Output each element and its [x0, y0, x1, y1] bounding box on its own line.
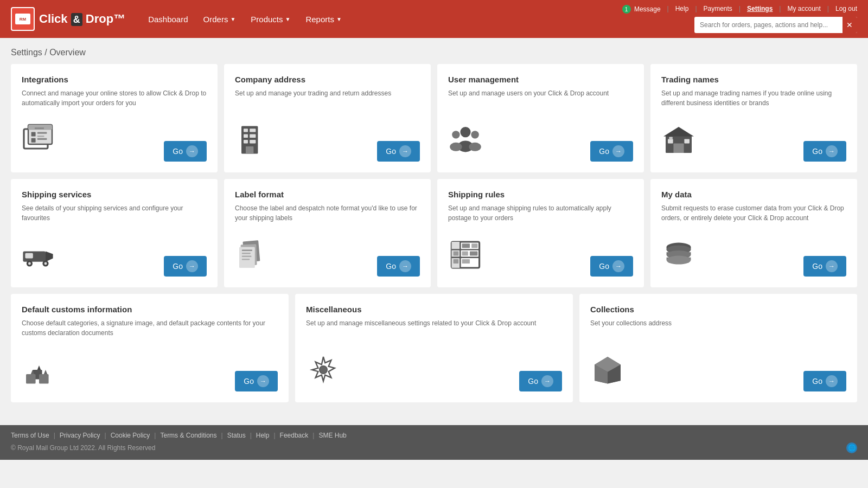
collections-title: Collections: [590, 305, 846, 314]
integrations-title: Integrations: [22, 75, 207, 84]
footer-status[interactable]: Status: [227, 432, 246, 439]
nav-products[interactable]: Products ▼: [244, 10, 297, 28]
main-header: RM Click & Drop™ Dashboard Orders ▼ Prod…: [0, 0, 868, 38]
help-link[interactable]: Help: [675, 5, 689, 14]
integrations-bottom: ═══ Go →: [22, 123, 207, 162]
nav-orders[interactable]: Orders ▼: [197, 10, 242, 28]
trading-names-go-button[interactable]: Go →: [803, 141, 846, 162]
footer-help[interactable]: Help: [256, 432, 270, 439]
footer-feedback[interactable]: Feedback: [280, 432, 309, 439]
card-label-format: Label format Choose the label and despat…: [224, 179, 431, 287]
integrations-go-button[interactable]: Go →: [164, 141, 207, 162]
footer-terms-conditions[interactable]: Terms & Conditions: [160, 432, 216, 439]
svg-point-35: [44, 262, 47, 265]
svg-rect-50: [462, 252, 468, 256]
my-account-link[interactable]: My account: [787, 5, 820, 14]
label-format-svg: [235, 237, 270, 272]
label-format-go-button[interactable]: Go →: [377, 256, 420, 277]
default-customs-bottom: Go →: [22, 352, 278, 391]
shipping-rules-icon: [448, 237, 483, 277]
svg-rect-49: [471, 243, 477, 248]
app-logo-text: Click & Drop™: [39, 12, 125, 26]
user-management-go-arrow: →: [612, 145, 624, 157]
svg-rect-7: [31, 138, 36, 143]
company-address-title: Company address: [235, 75, 420, 84]
svg-point-61: [667, 256, 691, 265]
svg-rect-10: [244, 129, 248, 132]
shipping-services-go-button[interactable]: Go →: [164, 256, 207, 277]
footer-privacy-policy[interactable]: Privacy Policy: [60, 432, 100, 439]
card-integrations: Integrations Connect and manage your onl…: [11, 64, 218, 172]
my-data-title: My data: [661, 190, 846, 199]
svg-rect-28: [669, 137, 672, 139]
trading-names-go-arrow: →: [826, 145, 838, 157]
default-customs-go-button[interactable]: Go →: [235, 371, 278, 391]
card-user-management: User management Set up and manage users …: [437, 64, 644, 172]
globe-icon: 🌐: [846, 442, 857, 453]
collections-icon: [590, 352, 625, 391]
miscellaneous-svg: [306, 352, 341, 387]
svg-rect-4: [31, 132, 36, 137]
user-management-desc: Set up and manage users on your Click & …: [448, 88, 633, 114]
svg-rect-51: [470, 252, 477, 256]
card-shipping-rules: Shipping rules Set up and manage shippin…: [437, 179, 644, 287]
payments-link[interactable]: Payments: [704, 5, 732, 14]
company-address-go-button[interactable]: Go →: [377, 141, 420, 162]
footer-bottom: © Royal Mail Group Ltd 2022. All Rights …: [11, 442, 857, 453]
svg-rect-16: [246, 146, 253, 154]
company-address-go-arrow: →: [399, 145, 411, 157]
footer-terms-of-use[interactable]: Terms of Use: [11, 432, 49, 439]
svg-rect-15: [250, 140, 256, 143]
log-out-link[interactable]: Log out: [835, 5, 857, 14]
company-address-bottom: Go →: [235, 123, 420, 162]
card-grid-row3: Default customs information Choose defau…: [11, 294, 857, 402]
footer-cookie-policy[interactable]: Cookie Policy: [111, 432, 150, 439]
integrations-icon: ═══: [22, 123, 56, 162]
search-input[interactable]: [694, 18, 843, 32]
shipping-services-icon: [22, 237, 56, 277]
footer-sme-hub[interactable]: SME Hub: [318, 432, 346, 439]
trading-names-icon: [661, 123, 696, 162]
royal-mail-logo: RM: [11, 7, 35, 31]
my-data-icon: [661, 237, 696, 277]
search-icon: ✕: [846, 21, 853, 29]
nav-dashboard[interactable]: Dashboard: [142, 10, 194, 28]
svg-marker-67: [44, 370, 47, 374]
shipping-services-desc: See details of your shipping services an…: [22, 203, 207, 229]
nav-reports[interactable]: Reports ▼: [299, 10, 348, 28]
card-shipping-services: Shipping services See details of your sh…: [11, 179, 218, 287]
collections-go-button[interactable]: Go →: [803, 371, 846, 391]
svg-point-69: [320, 367, 327, 374]
message-badge: 1: [622, 5, 631, 14]
svg-rect-53: [454, 259, 459, 264]
user-management-bottom: Go →: [448, 123, 633, 162]
my-data-desc: Submit requests to erase customer data f…: [661, 203, 846, 229]
svg-rect-14: [244, 140, 248, 143]
reports-dropdown-arrow: ▼: [336, 16, 342, 22]
my-data-go-button[interactable]: Go →: [803, 256, 846, 277]
settings-link[interactable]: Settings: [747, 5, 773, 14]
svg-rect-13: [250, 134, 256, 138]
svg-rect-40: [242, 253, 251, 254]
search-button[interactable]: ✕: [843, 17, 857, 33]
message-link[interactable]: 1 Message: [622, 5, 661, 14]
trading-names-bottom: Go →: [661, 123, 846, 162]
company-address-icon: [235, 123, 270, 162]
orders-dropdown-arrow: ▼: [230, 16, 235, 22]
svg-marker-65: [37, 365, 41, 370]
shipping-rules-bottom: Go →: [448, 237, 633, 277]
label-format-desc: Choose the label and despatch note forma…: [235, 203, 420, 229]
default-customs-svg: [22, 352, 56, 387]
user-management-go-button[interactable]: Go →: [590, 141, 633, 162]
miscellaneous-go-button[interactable]: Go →: [519, 371, 562, 391]
collections-desc: Set your collections address: [590, 318, 846, 344]
breadcrumb: Settings / Overview: [0, 38, 868, 64]
main-content: Integrations Connect and manage your onl…: [0, 64, 868, 425]
collections-go-arrow: →: [826, 375, 838, 387]
shipping-rules-title: Shipping rules: [448, 190, 633, 199]
svg-rect-42: [242, 259, 250, 260]
shipping-rules-go-button[interactable]: Go →: [590, 256, 633, 277]
default-customs-title: Default customs information: [22, 305, 278, 314]
card-collections: Collections Set your collections address…: [579, 294, 857, 402]
main-nav: Dashboard Orders ▼ Products ▼ Reports ▼: [142, 10, 348, 28]
